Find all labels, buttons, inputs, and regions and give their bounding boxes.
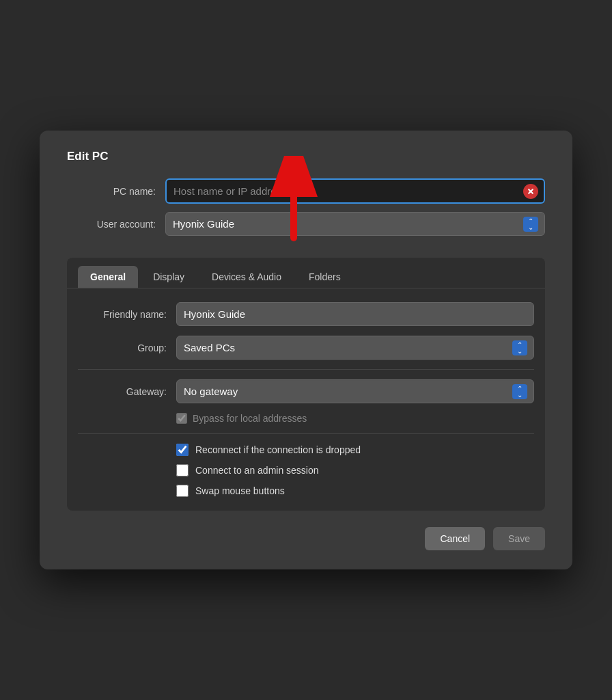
friendly-name-row: Friendly name: xyxy=(78,302,534,326)
user-account-select[interactable]: Hyonix Guide xyxy=(165,212,545,236)
group-label: Group: xyxy=(78,342,167,353)
bypass-row: Bypass for local addresses xyxy=(176,413,534,424)
group-select-wrapper: Saved PCs xyxy=(176,336,534,360)
tab-display[interactable]: Display xyxy=(141,266,197,288)
tab-folders[interactable]: Folders xyxy=(296,266,353,288)
gateway-select-wrapper: No gateway xyxy=(176,379,534,403)
divider-2 xyxy=(78,433,534,434)
admin-session-row: Connect to an admin session xyxy=(176,464,534,476)
swap-mouse-checkbox[interactable] xyxy=(176,485,189,497)
pc-name-input[interactable] xyxy=(165,178,545,204)
tabs-header: General Display Devices & Audio Folders xyxy=(67,258,545,288)
save-button[interactable]: Save xyxy=(493,527,545,550)
checkbox-group: Reconnect if the connection is dropped C… xyxy=(176,444,534,497)
user-account-select-wrapper: Hyonix Guide xyxy=(165,212,545,236)
user-account-label: User account: xyxy=(67,219,156,230)
admin-session-checkbox[interactable] xyxy=(176,464,189,476)
dialog-footer: Cancel Save xyxy=(67,527,545,550)
bypass-label: Bypass for local addresses xyxy=(193,413,307,424)
tab-general[interactable]: General xyxy=(78,266,138,288)
reconnect-checkbox[interactable] xyxy=(176,444,189,456)
clear-input-button[interactable] xyxy=(523,184,538,199)
tabs-panel: General Display Devices & Audio Folders … xyxy=(67,258,545,511)
friendly-name-label: Friendly name: xyxy=(78,309,167,320)
pc-name-input-wrapper xyxy=(165,178,545,204)
bypass-checkbox[interactable] xyxy=(176,413,187,424)
group-row: Group: Saved PCs xyxy=(78,336,534,360)
tab-devices-audio[interactable]: Devices & Audio xyxy=(199,266,294,288)
pc-name-row: PC name: xyxy=(67,178,545,204)
friendly-name-input[interactable] xyxy=(176,302,534,326)
gateway-row: Gateway: No gateway xyxy=(78,379,534,403)
gateway-label: Gateway: xyxy=(78,386,167,397)
group-select[interactable]: Saved PCs xyxy=(176,336,534,360)
edit-pc-dialog: Edit PC PC name: User account: Hyonix Gu… xyxy=(40,131,572,569)
swap-mouse-row: Swap mouse buttons xyxy=(176,485,534,497)
dialog-title: Edit PC xyxy=(67,150,545,163)
swap-mouse-label: Swap mouse buttons xyxy=(195,485,285,496)
reconnect-label: Reconnect if the connection is dropped xyxy=(195,444,361,455)
reconnect-row: Reconnect if the connection is dropped xyxy=(176,444,534,456)
cancel-button[interactable]: Cancel xyxy=(425,527,485,550)
pc-name-label: PC name: xyxy=(67,186,156,197)
general-tab-content: Friendly name: Group: Saved PCs Gateway: xyxy=(67,288,545,511)
divider-1 xyxy=(78,369,534,370)
gateway-select[interactable]: No gateway xyxy=(176,379,534,403)
user-account-row: User account: Hyonix Guide xyxy=(67,212,545,236)
admin-session-label: Connect to an admin session xyxy=(195,465,319,476)
